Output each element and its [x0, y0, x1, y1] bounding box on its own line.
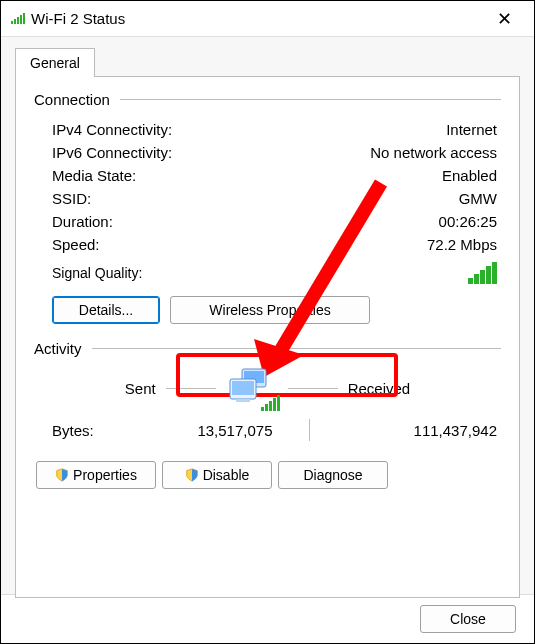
bytes-sent-value: 13,517,075: [112, 422, 309, 439]
speed-value: 72.2 Mbps: [427, 236, 497, 253]
bytes-label: Bytes:: [52, 422, 112, 439]
duration-label: Duration:: [52, 213, 113, 230]
connection-header: Connection: [34, 91, 501, 108]
network-computers-icon: [226, 367, 278, 409]
svg-rect-4: [232, 381, 254, 395]
properties-button-label: Properties: [73, 467, 137, 483]
duration-value: 00:26:25: [439, 213, 497, 230]
titlebar: Wi-Fi 2 Status ✕: [1, 1, 534, 37]
window-title: Wi-Fi 2 Status: [31, 10, 484, 27]
dialog-footer: Close: [1, 595, 534, 643]
disable-button-label: Disable: [203, 467, 250, 483]
close-button[interactable]: Close: [420, 605, 516, 633]
received-label: Received: [348, 380, 411, 397]
connection-header-label: Connection: [34, 91, 110, 108]
media-state-value: Enabled: [442, 167, 497, 184]
ipv6-value: No network access: [370, 144, 497, 161]
tab-strip: General: [15, 47, 520, 76]
shield-icon: [185, 468, 199, 482]
wifi-signal-icon: [11, 13, 25, 24]
ssid-value: GMW: [459, 190, 497, 207]
signal-quality-label: Signal Quality:: [52, 265, 142, 281]
wireless-properties-button[interactable]: Wireless Properties: [170, 296, 370, 324]
media-state-label: Media State:: [52, 167, 136, 184]
close-icon[interactable]: ✕: [484, 8, 524, 30]
tab-general[interactable]: General: [15, 48, 95, 77]
activity-header-label: Activity: [34, 340, 82, 357]
properties-button[interactable]: Properties: [36, 461, 156, 489]
sent-label: Sent: [125, 380, 156, 397]
disable-button[interactable]: Disable: [162, 461, 272, 489]
ipv6-label: IPv6 Connectivity:: [52, 144, 172, 161]
shield-icon: [55, 468, 69, 482]
details-button[interactable]: Details...: [52, 296, 160, 324]
ipv4-value: Internet: [446, 121, 497, 138]
wifi-status-window: Wi-Fi 2 Status ✕ General Connection IPv4…: [0, 0, 535, 644]
activity-header: Activity: [34, 340, 501, 357]
general-panel: Connection IPv4 Connectivity: Internet I…: [15, 76, 520, 598]
speed-label: Speed:: [52, 236, 100, 253]
signal-bars-icon: [468, 262, 497, 284]
svg-rect-5: [236, 399, 250, 402]
diagnose-button[interactable]: Diagnose: [278, 461, 388, 489]
ipv4-label: IPv4 Connectivity:: [52, 121, 172, 138]
bytes-received-value: 111,437,942: [337, 422, 502, 439]
ssid-label: SSID:: [52, 190, 91, 207]
